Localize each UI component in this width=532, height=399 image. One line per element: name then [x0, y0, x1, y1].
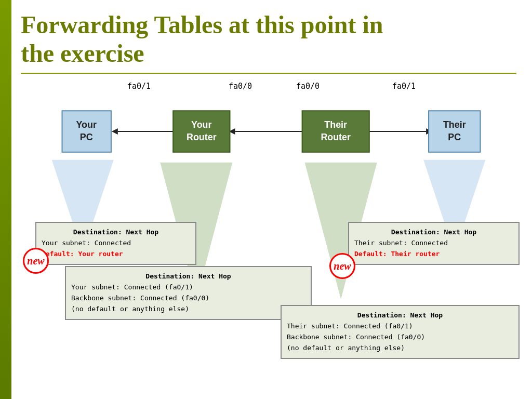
fwd-table-your-router-line2: Backbone subnet: Connected (fa0/0): [71, 293, 305, 304]
new-badge-left: new: [23, 248, 49, 274]
fwd-table-your-router: Destination: Next Hop Your subnet: Conne…: [65, 266, 312, 320]
svg-marker-12: [363, 128, 369, 135]
fwd-table-their-router-header: Destination: Next Hop: [287, 310, 513, 321]
page-title: Forwarding Tables at this point in the e…: [21, 10, 516, 68]
fwd-table-their-router-line3: (no default or anything else): [287, 343, 513, 354]
iface-label-fa00-left: fa0/0: [229, 82, 252, 91]
svg-marker-11: [426, 128, 432, 135]
svg-text:Your: Your: [76, 119, 97, 130]
fwd-table-their-router: Destination: Next Hop Their subnet: Conn…: [281, 305, 520, 358]
svg-marker-9: [229, 128, 235, 135]
iface-label-fa00-right: fa0/0: [296, 82, 320, 91]
iface-label-fa01-right: fa0/1: [392, 82, 416, 91]
fwd-table-your-router-line1: Your subnet: Connected (fa0/1): [71, 282, 305, 293]
svg-marker-8: [302, 128, 309, 135]
fwd-table-their-pc: Destination: Next Hop Their subnet: Conn…: [348, 222, 520, 264]
svg-rect-19: [302, 111, 369, 153]
fwd-table-your-pc: Destination: Next Hop Your subnet: Conne…: [35, 222, 196, 264]
fwd-table-your-router-header: Destination: Next Hop: [71, 271, 305, 282]
svg-rect-13: [62, 111, 111, 153]
svg-rect-16: [173, 111, 230, 153]
svg-text:Router: Router: [187, 132, 217, 142]
svg-marker-5: [173, 128, 179, 135]
fwd-table-your-router-line3: (no default or anything else): [71, 304, 305, 315]
fwd-table-their-router-line2: Backbone subnet: Connected (fa0/0): [287, 332, 513, 343]
iface-label-fa01-left: fa0/1: [127, 82, 151, 91]
network-diagram: fa0/1 fa0/0 fa0/0 fa0/1: [21, 82, 516, 352]
new-badge-right: new: [329, 253, 355, 279]
svg-text:Their: Their: [324, 119, 347, 130]
fwd-table-your-pc-line2: Default: Your router: [42, 249, 190, 260]
svg-text:PC: PC: [80, 132, 93, 142]
svg-text:Router: Router: [321, 132, 351, 142]
fwd-table-your-pc-header: Destination: Next Hop: [42, 227, 190, 238]
fwd-table-their-router-line1: Their subnet: Connected (fa0/1): [287, 321, 513, 332]
svg-marker-6: [112, 128, 118, 135]
svg-rect-22: [429, 111, 480, 153]
fwd-table-their-pc-header: Destination: Next Hop: [354, 227, 513, 238]
fwd-table-their-pc-line1: Their subnet: Connected: [354, 238, 513, 249]
fwd-table-their-pc-line2: Default: Their router: [354, 249, 513, 260]
svg-text:Their: Their: [443, 119, 466, 130]
title-divider: [21, 73, 516, 74]
svg-text:PC: PC: [448, 132, 461, 142]
fwd-table-your-pc-line1: Your subnet: Connected: [42, 238, 190, 249]
svg-text:Your: Your: [191, 119, 211, 130]
